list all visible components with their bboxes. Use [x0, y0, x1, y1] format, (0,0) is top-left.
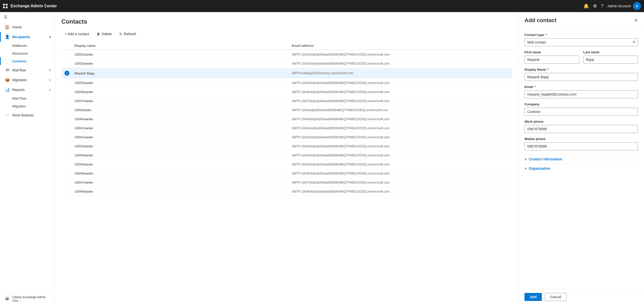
mobile-phone-input[interactable]	[525, 142, 638, 150]
table-row[interactable]: 10046xiaoke SMTP:10046xik@a830edad905084…	[61, 169, 512, 178]
table-row[interactable]: 10045xiaoke SMTP:10045xik@a830edad905084…	[61, 160, 512, 169]
cell-display-name: 10045xiaoke	[74, 162, 292, 166]
sidebar-sub-item-resources[interactable]: Resources	[0, 50, 55, 57]
table-row[interactable]: 10048xiaoke SMTP:10048xik@a830edad905084…	[61, 187, 512, 196]
last-name-input[interactable]	[583, 56, 638, 64]
cell-email: SMTP:mabajaj101@contoso.onmicrosoft.com	[292, 71, 509, 75]
contact-info-label: Contact information	[529, 157, 562, 161]
mobile-phone-group: Mobile phone	[525, 137, 638, 150]
sidebar-sub-item-contacts[interactable]: Contacts	[0, 57, 55, 65]
sidebar-item-more-features[interactable]: ⋯ More features	[0, 110, 55, 120]
organization-chevron-icon: ∨	[525, 167, 527, 170]
table-header-email[interactable]: Email address	[292, 44, 509, 48]
cell-display-name: 10041xiaoke	[74, 126, 292, 130]
account-name: Admin Account	[608, 4, 631, 8]
sidebar-item-reports-label: Reports	[12, 88, 46, 92]
first-name-input[interactable]	[525, 56, 579, 64]
cell-display-name: 10032xiaoke	[74, 53, 292, 56]
sidebar-item-home-label: Home	[12, 25, 51, 29]
toolbar: + Add a contact 🗑 Delete ↻ Refresh	[61, 30, 512, 38]
cell-email: SMTP:10033xik@a830edad9050849EQTPWBJZXOD…	[292, 62, 509, 65]
sidebar-sub-label-resources: Resources	[12, 52, 28, 55]
contact-type-select[interactable]: Mail contactMail user	[525, 38, 638, 46]
sidebar-sub-item-migration-report[interactable]: Migration	[0, 102, 55, 110]
cell-email: SMTP:10046xik@a830edad9050849EQTPWBJZXOD…	[292, 172, 509, 175]
mobile-phone-label: Mobile phone	[525, 137, 638, 141]
delete-button[interactable]: 🗑 Delete	[93, 30, 115, 38]
table-header-display-name[interactable]: Display name	[74, 44, 292, 48]
cell-email: SMTP:10043xik@a830edad9050849EQTPWBJZXOD…	[292, 145, 509, 148]
grid-icon[interactable]	[3, 4, 8, 8]
checkmark-icon: ✓	[64, 71, 69, 76]
cell-email: SMTP:10040xik@a830edad9050849EQTPWBJZXOD…	[292, 117, 509, 121]
work-phone-input[interactable]	[525, 125, 638, 133]
organization-label: Organization	[529, 166, 550, 170]
panel-body: Contact type * Mail contactMail user Fir…	[518, 28, 644, 289]
gear-icon[interactable]: ⚙	[593, 3, 597, 9]
table-row[interactable]: 10032xiaoke SMTP:10032xik@a830edad905084…	[61, 50, 512, 59]
table-row[interactable]: 10043xiaoke SMTP:10043xik@a830edad905084…	[61, 142, 512, 151]
cell-display-name: 10046xiaoke	[74, 171, 292, 175]
sidebar-item-recipients[interactable]: 👤 Recipients ∧	[0, 32, 55, 42]
cell-email: SMTP:10048xik@a830edad9050849EQTPWBJZXOD…	[292, 190, 509, 193]
refresh-button[interactable]: ↻ Refresh	[116, 30, 139, 38]
table-body: 10032xiaoke SMTP:10032xik@a830edad905084…	[61, 50, 512, 305]
migration-icon: 📦	[5, 77, 10, 82]
table-row[interactable]: 10044xiaoke SMTP:10044xik@a830edad905084…	[61, 151, 512, 160]
contacts-area: Contacts + Add a contact 🗑 Delete ↻ Refr…	[55, 12, 518, 305]
table-row[interactable]: 10036xiaoke SMTP:10036xik@a830edad905084…	[61, 88, 512, 97]
add-contact-button[interactable]: + Add a contact	[61, 30, 92, 38]
sidebar-item-mail-flow[interactable]: ✉ Mail flow ∨	[0, 65, 55, 75]
table-row[interactable]: 10035xiaoke SMTP:10035xik@a830edad905084…	[61, 78, 512, 88]
panel-footer: Add Cancel	[518, 289, 644, 305]
table-row[interactable]: ✓ Mayank Bajaj SMTP:mabajaj101@contoso.o…	[61, 68, 512, 78]
chevron-down-mail-flow-icon: ∨	[49, 68, 51, 72]
svg-rect-0	[3, 4, 5, 6]
avatar: A	[633, 2, 641, 10]
first-name-label: First name	[525, 50, 579, 54]
bell-icon[interactable]: 🔔	[583, 3, 589, 9]
sidebar-item-migration[interactable]: 📦 Migration ∨	[0, 75, 55, 85]
contact-info-toggle[interactable]: ∨ Contact information	[525, 154, 638, 164]
home-icon: 🏠	[5, 25, 10, 29]
contact-type-label: Contact type *	[525, 33, 638, 37]
close-button[interactable]: ✕	[634, 18, 638, 23]
help-icon[interactable]: ?	[601, 4, 603, 9]
row-checkbox[interactable]: ✓	[64, 71, 74, 76]
sidebar-sub-item-mailboxes[interactable]: Mailboxes	[0, 42, 55, 50]
organization-toggle[interactable]: ∨ Organization	[525, 164, 638, 173]
email-input[interactable]	[525, 90, 638, 98]
cell-email: SMTP:10035xik@a830edad9050849EQTPWBJZXOD…	[292, 81, 509, 85]
cell-email: SMTP:10036xik@a830edad9050849EQTPWBJZXOD…	[292, 90, 509, 94]
table-row[interactable]: 10037xiaoke SMTP:10037xik@a830edad905084…	[61, 97, 512, 106]
app-layout: ☰ 🏠 Home 👤 Recipients ∧ Mailboxes Resour…	[0, 12, 644, 305]
table-row[interactable]: 10047xiaoke SMTP:10047xik@a830edad905084…	[61, 178, 512, 187]
sidebar: ☰ 🏠 Home 👤 Recipients ∧ Mailboxes Resour…	[0, 12, 55, 305]
add-button[interactable]: Add	[525, 293, 542, 301]
hamburger-icon[interactable]: ☰	[0, 12, 55, 22]
display-name-input[interactable]	[525, 73, 638, 81]
sidebar-item-home[interactable]: 🏠 Home	[0, 22, 55, 32]
cell-email: SMTP:10044xik@a830edad9050849EQTPWBJZXOD…	[292, 154, 509, 157]
company-input[interactable]	[525, 108, 638, 116]
name-row: First name Last name	[525, 50, 638, 68]
cancel-button[interactable]: Cancel	[545, 293, 567, 301]
table-row[interactable]: 10040xiaoke SMTP:10040xik@a830edad905084…	[61, 115, 512, 124]
table-row[interactable]: 10033xiaoke SMTP:10033xik@a830edad905084…	[61, 59, 512, 68]
sidebar-item-reports[interactable]: 📊 Reports ∧	[0, 85, 55, 95]
contact-type-group: Contact type * Mail contactMail user	[525, 33, 638, 46]
main-content: Contacts + Add a contact 🗑 Delete ↻ Refr…	[55, 12, 518, 305]
topbar: Exchange Admin Center 🔔 ⚙ ? Admin Accoun…	[0, 0, 644, 12]
cell-display-name: 10048xiaoke	[74, 190, 292, 193]
work-phone-label: Work phone	[525, 120, 638, 123]
sidebar-sub-item-mail-flow-report[interactable]: Mail Flow	[0, 95, 55, 102]
cell-email: SMTP:10042xik@a830edad9050849EQTPWBJZXOD…	[292, 136, 509, 139]
cell-email: SMTP:10032xik@a830edad9050849EQTPWBJZXOD…	[292, 53, 509, 56]
cell-display-name: 1003xiaoke	[74, 108, 292, 112]
table-row[interactable]: 1003xiaoke SMTP:1003xik@a830edad9050849E…	[61, 106, 512, 115]
admin-account[interactable]: Admin Account A	[608, 2, 641, 10]
table-row[interactable]: 10042xiaoke SMTP:10042xik@a830edad905084…	[61, 133, 512, 142]
table-header: Display name Email address	[61, 42, 512, 50]
table-row[interactable]: 10041xiaoke SMTP:10041xik@a830edad905084…	[61, 124, 512, 133]
sidebar-item-classic-admin[interactable]: 🏛 Classic Exchange Admin Cen...	[0, 293, 55, 305]
